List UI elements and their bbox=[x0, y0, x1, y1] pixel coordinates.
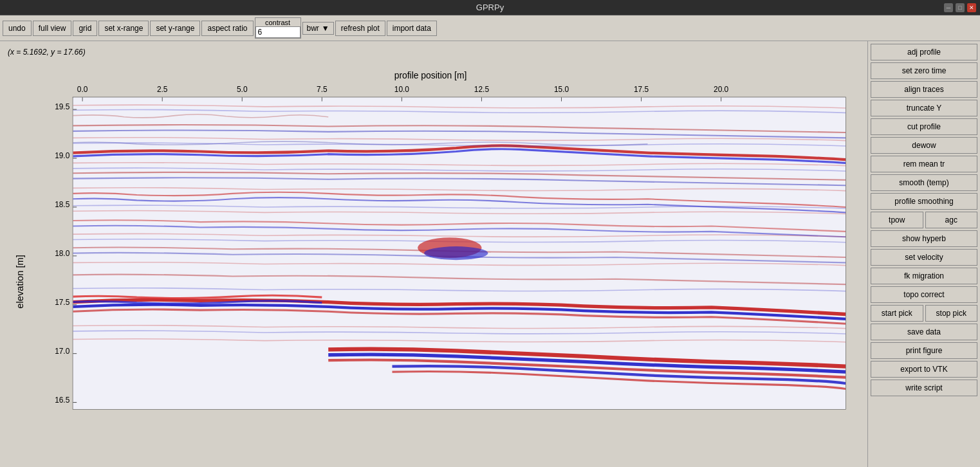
svg-text:16.5: 16.5 bbox=[55, 395, 69, 404]
minimize-button[interactable]: ─ bbox=[944, 3, 953, 12]
toolbar: undo full view grid set x-range set y-ra… bbox=[0, 15, 980, 41]
svg-text:19.0: 19.0 bbox=[55, 151, 69, 160]
write-script-button[interactable]: write script bbox=[871, 380, 977, 396]
tpow-button[interactable]: tpow bbox=[871, 212, 923, 228]
fk-migration-button[interactable]: fk migration bbox=[871, 268, 977, 284]
adj-profile-button[interactable]: adj profile bbox=[871, 44, 977, 60]
profile-smoothing-button[interactable]: profile smoothing bbox=[871, 193, 977, 210]
plot-area: (x = 5.1692, y = 17.66) profile position… bbox=[0, 41, 867, 467]
svg-text:17.0: 17.0 bbox=[55, 346, 69, 355]
contrast-group: contrast bbox=[255, 17, 301, 39]
start-pick-button[interactable]: start pick bbox=[871, 305, 923, 322]
svg-text:18.0: 18.0 bbox=[55, 249, 69, 258]
smooth-temp-button[interactable]: smooth (temp) bbox=[871, 174, 977, 191]
start-stop-pick-row: start pick stop pick bbox=[871, 305, 977, 322]
undo-button[interactable]: undo bbox=[3, 21, 32, 36]
svg-text:18.5: 18.5 bbox=[55, 200, 69, 209]
save-data-button[interactable]: save data bbox=[871, 324, 977, 340]
sidebar: adj profile set zero time align traces t… bbox=[867, 41, 980, 467]
truncate-y-button[interactable]: truncate Y bbox=[871, 100, 977, 116]
full-view-button[interactable]: full view bbox=[33, 21, 72, 36]
chart-svg: profile position [m] 0.0 2.5 5.0 7.5 10.… bbox=[9, 58, 858, 458]
set-x-range-button[interactable]: set x-range bbox=[98, 21, 149, 36]
import-data-button[interactable]: import data bbox=[387, 21, 437, 36]
set-velocity-button[interactable]: set velocity bbox=[871, 249, 977, 266]
align-traces-button[interactable]: align traces bbox=[871, 81, 977, 98]
print-figure-button[interactable]: print figure bbox=[871, 342, 977, 359]
main-area: (x = 5.1692, y = 17.66) profile position… bbox=[0, 41, 980, 467]
svg-text:5.0: 5.0 bbox=[237, 84, 248, 93]
rem-mean-tr-button[interactable]: rem mean tr bbox=[871, 156, 977, 172]
svg-text:elevation [m]: elevation [m] bbox=[15, 255, 25, 309]
bwr-group: bwr ▼ bbox=[302, 22, 334, 35]
topo-correct-button[interactable]: topo correct bbox=[871, 286, 977, 303]
maximize-button[interactable]: □ bbox=[956, 3, 965, 12]
set-zero-time-button[interactable]: set zero time bbox=[871, 62, 977, 79]
svg-point-23 bbox=[424, 246, 488, 260]
svg-text:2.5: 2.5 bbox=[157, 84, 168, 93]
title-bar: GPRPy ─ □ ✕ bbox=[0, 0, 980, 15]
app-title: GPRPy bbox=[476, 3, 504, 12]
svg-text:7.5: 7.5 bbox=[317, 84, 328, 93]
tpow-agc-row: tpow agc bbox=[871, 212, 977, 228]
coordinates-display: (x = 5.1692, y = 17.66) bbox=[3, 46, 865, 58]
contrast-label: contrast bbox=[261, 18, 294, 26]
bwr-label: bwr bbox=[307, 24, 319, 33]
svg-text:12.5: 12.5 bbox=[474, 84, 489, 93]
cut-profile-button[interactable]: cut profile bbox=[871, 118, 977, 135]
close-button[interactable]: ✕ bbox=[967, 3, 976, 12]
svg-text:17.5: 17.5 bbox=[55, 297, 69, 306]
contrast-input[interactable] bbox=[255, 26, 300, 38]
aspect-ratio-button[interactable]: aspect ratio bbox=[201, 21, 253, 36]
set-y-range-button[interactable]: set y-range bbox=[150, 21, 200, 36]
window-controls: ─ □ ✕ bbox=[944, 3, 976, 12]
svg-text:0.0: 0.0 bbox=[77, 84, 88, 93]
grid-button[interactable]: grid bbox=[73, 21, 97, 36]
stop-pick-button[interactable]: stop pick bbox=[925, 305, 978, 322]
refresh-plot-button[interactable]: refresh plot bbox=[335, 21, 385, 36]
dewow-button[interactable]: dewow bbox=[871, 137, 977, 154]
show-hyperb-button[interactable]: show hyperb bbox=[871, 230, 977, 247]
export-to-vtk-button[interactable]: export to VTK bbox=[871, 361, 977, 378]
svg-text:15.0: 15.0 bbox=[554, 84, 569, 93]
svg-text:10.0: 10.0 bbox=[394, 84, 409, 93]
svg-text:profile position [m]: profile position [m] bbox=[394, 69, 467, 80]
chart-container[interactable]: profile position [m] 0.0 2.5 5.0 7.5 10.… bbox=[9, 58, 858, 458]
agc-button[interactable]: agc bbox=[925, 212, 978, 228]
svg-text:20.0: 20.0 bbox=[714, 84, 728, 93]
svg-text:17.5: 17.5 bbox=[634, 84, 649, 93]
bwr-arrow-icon: ▼ bbox=[322, 24, 329, 33]
svg-text:19.5: 19.5 bbox=[55, 102, 69, 111]
